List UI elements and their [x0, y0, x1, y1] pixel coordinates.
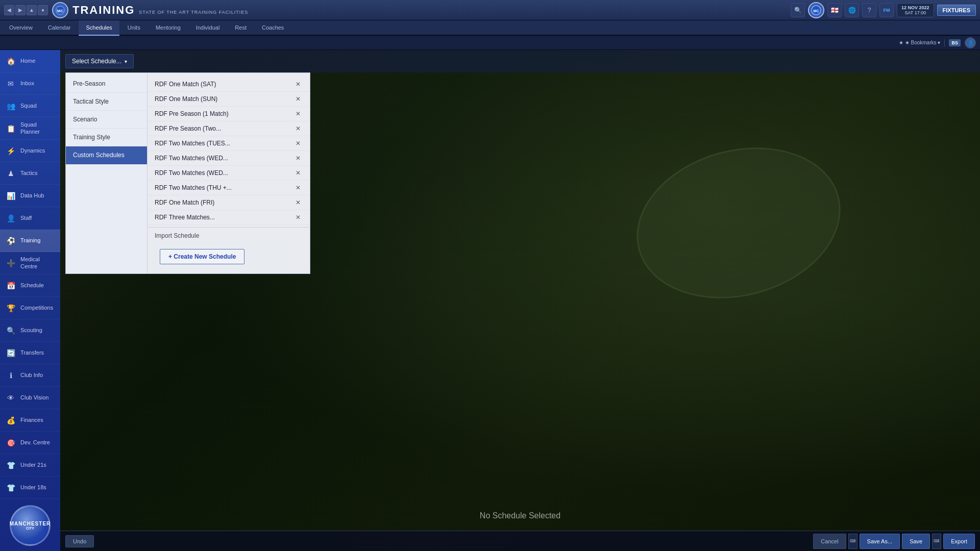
list-item[interactable]: RDF One Match (FRI) ✕: [148, 195, 310, 210]
tab-overview[interactable]: Overview: [2, 20, 40, 36]
sidebar-item-dev-centre[interactable]: 🎯 Dev. Centre: [0, 432, 60, 454]
list-item[interactable]: RDF Three Matches... ✕: [148, 210, 310, 225]
globe-icon[interactable]: 🌐: [845, 3, 859, 17]
competitions-icon: 🏆: [5, 303, 16, 314]
category-scenario[interactable]: Scenario: [66, 111, 147, 129]
sidebar-item-club-info[interactable]: ℹ Club Info: [0, 364, 60, 387]
remove-schedule-icon[interactable]: ✕: [293, 111, 303, 117]
user-avatar[interactable]: 👤: [965, 37, 976, 48]
sidebar-item-competitions[interactable]: 🏆 Competitions: [0, 297, 60, 319]
category-tactical-style[interactable]: Tactical Style: [66, 93, 147, 111]
data-hub-icon: 📊: [5, 190, 16, 202]
club-badge-sidebar: MANCHESTER CITY: [0, 499, 60, 551]
sidebar-label-transfers: Transfers: [20, 349, 44, 356]
remove-schedule-icon[interactable]: ✕: [293, 214, 303, 220]
forward-button[interactable]: ▶: [15, 5, 26, 15]
sidebar-item-transfers[interactable]: 🔄 Transfers: [0, 342, 60, 364]
history-button[interactable]: ●: [38, 5, 48, 15]
sidebar-item-squad-planner[interactable]: 📋 Squad Planner: [0, 117, 60, 140]
remove-schedule-icon[interactable]: ✕: [293, 185, 303, 191]
save-button[interactable]: Save: [902, 534, 930, 549]
club-info-icon: ℹ: [5, 370, 16, 381]
content-area: Select Schedule... ▾ Pre-Season Tactical…: [60, 50, 980, 551]
schedule-item-name: RDF Two Matches (TUES...: [155, 140, 293, 147]
sidebar-item-data-hub[interactable]: 📊 Data Hub: [0, 185, 60, 207]
list-item[interactable]: RDF Pre Season (Two... ✕: [148, 121, 310, 136]
category-custom-schedules[interactable]: Custom Schedules: [66, 146, 147, 164]
export-button[interactable]: Export: [943, 534, 975, 549]
tactics-icon: ♟: [5, 168, 16, 179]
sidebar-item-staff[interactable]: 👤 Staff: [0, 207, 60, 230]
sidebar-item-training[interactable]: ⚽ Training: [0, 230, 60, 252]
sidebar-item-medical[interactable]: ➕ Medical Centre: [0, 252, 60, 274]
no-schedule-text: No Schedule Selected: [480, 511, 560, 520]
schedule-item-name: RDF Two Matches (WED...: [155, 169, 293, 177]
list-item[interactable]: RDF One Match (SUN) ✕: [148, 92, 310, 107]
list-item[interactable]: RDF Two Matches (THU +... ✕: [148, 181, 310, 195]
remove-schedule-icon[interactable]: ✕: [293, 96, 303, 102]
up-button[interactable]: ▲: [27, 5, 37, 15]
cancel-button[interactable]: Cancel: [813, 534, 846, 549]
tab-calendar[interactable]: Calendar: [41, 20, 78, 36]
save-as-button[interactable]: Save As...: [860, 534, 900, 549]
sidebar-label-home: Home: [20, 58, 35, 64]
category-pre-season[interactable]: Pre-Season: [66, 75, 147, 93]
tab-individual[interactable]: Individual: [189, 20, 227, 36]
dynamics-icon: ⚡: [5, 145, 16, 157]
sidebar-item-tactics[interactable]: ♟ Tactics: [0, 162, 60, 185]
sidebar-item-home[interactable]: 🏠 Home: [0, 50, 60, 72]
page-title-area: TRAINING STATE OF THE ART TRAINING FACIL…: [72, 4, 787, 17]
club-crest[interactable]: MANCHESTER CITY: [10, 505, 51, 546]
help-icon[interactable]: ?: [862, 3, 876, 17]
bottom-bar: Undo Cancel ⌨ Save As... Save ⌨ Export: [60, 531, 980, 551]
create-new-schedule-button[interactable]: + Create New Schedule: [160, 249, 244, 264]
import-schedule-item[interactable]: Import Schedule: [148, 227, 310, 244]
sidebar-item-club-vision[interactable]: 👁 Club Vision: [0, 387, 60, 409]
top-bar: ◀ ▶ ▲ ● MC TRAINING STATE OF THE ART TRA…: [0, 0, 980, 20]
sidebar-item-schedule[interactable]: 📅 Schedule: [0, 274, 60, 297]
schedule-categories: Pre-Season Tactical Style Scenario Train…: [66, 73, 148, 273]
remove-schedule-icon[interactable]: ✕: [293, 140, 303, 146]
undo-button[interactable]: Undo: [65, 535, 94, 547]
sidebar-item-squad[interactable]: 👥 Squad: [0, 95, 60, 117]
sidebar-item-inbox[interactable]: ✉ Inbox: [0, 72, 60, 95]
remove-schedule-icon[interactable]: ✕: [293, 126, 303, 132]
sidebar-label-club-info: Club Info: [20, 372, 43, 379]
tab-rest[interactable]: Rest: [228, 20, 254, 36]
manager-badge[interactable]: MC: [808, 2, 824, 18]
sidebar-label-schedule: Schedule: [20, 282, 44, 289]
list-item[interactable]: RDF Pre Season (1 Match) ✕: [148, 107, 310, 121]
list-item[interactable]: RDF Two Matches (WED... ✕: [148, 166, 310, 181]
category-training-style[interactable]: Training Style: [66, 129, 147, 146]
remove-schedule-icon[interactable]: ✕: [293, 170, 303, 176]
inbox-icon: ✉: [5, 78, 16, 89]
sidebar-item-scouting[interactable]: 🔍 Scouting: [0, 319, 60, 342]
sidebar-item-under-21s[interactable]: 👕 Under 21s: [0, 454, 60, 477]
flag-icon[interactable]: 🏴󠁧󠁢󠁥󠁮󠁧󠁿: [827, 3, 842, 17]
list-item[interactable]: RDF Two Matches (WED... ✕: [148, 151, 310, 166]
chevron-down-icon: ▾: [938, 40, 940, 45]
sidebar-label-under-21s: Under 21s: [20, 462, 46, 468]
remove-schedule-icon[interactable]: ✕: [293, 81, 303, 87]
fixtures-button[interactable]: FIXTURES: [937, 5, 976, 16]
nav-arrows: ◀ ▶ ▲ ●: [4, 5, 48, 15]
user-initials: BS: [949, 39, 961, 46]
bookmarks-button[interactable]: ★ ★ Bookmarks ▾: [899, 40, 941, 45]
club-badge-top[interactable]: MC: [52, 2, 68, 18]
sidebar-item-dynamics[interactable]: ⚡ Dynamics: [0, 140, 60, 162]
back-button[interactable]: ◀: [4, 5, 14, 15]
svg-text:MC: MC: [57, 9, 64, 13]
select-schedule-button[interactable]: Select Schedule... ▾: [65, 54, 134, 68]
sidebar-item-under-18s[interactable]: 👕 Under 18s: [0, 477, 60, 499]
list-item[interactable]: RDF Two Matches (TUES... ✕: [148, 136, 310, 151]
sidebar-item-finances[interactable]: 💰 Finances: [0, 409, 60, 432]
remove-schedule-icon[interactable]: ✕: [293, 155, 303, 161]
tab-mentoring[interactable]: Mentoring: [149, 20, 188, 36]
search-icon[interactable]: 🔍: [791, 3, 805, 17]
schedule-item-name: RDF Two Matches (THU +...: [155, 184, 293, 191]
remove-schedule-icon[interactable]: ✕: [293, 199, 303, 206]
list-item[interactable]: RDF One Match (SAT) ✕: [148, 77, 310, 92]
tab-units[interactable]: Units: [120, 20, 148, 36]
tab-schedules[interactable]: Schedules: [79, 20, 119, 36]
tab-coaches[interactable]: Coaches: [255, 20, 291, 36]
